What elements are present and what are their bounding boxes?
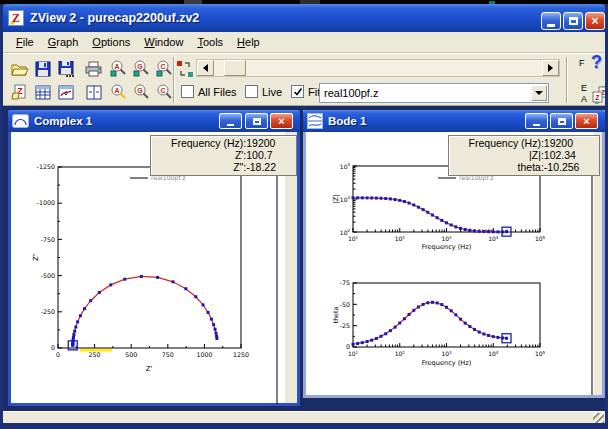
- readout-value: -18.22: [246, 161, 290, 173]
- magnifier-g-icon: G: [133, 84, 150, 101]
- svg-text:101: 101: [348, 235, 359, 243]
- svg-text:Z: Z: [595, 94, 600, 101]
- svg-text:theta: theta: [332, 307, 339, 324]
- readout-label: |Z|:: [455, 149, 544, 161]
- scroll-right-button[interactable]: [542, 60, 559, 76]
- help-icon[interactable]: ?: [591, 52, 602, 73]
- scroll-left-button[interactable]: [197, 60, 214, 76]
- readout-label: Frequency (Hz):: [157, 137, 246, 149]
- zview-screen: Complex 1 × Bode 1 × 025050075010001: [0, 0, 608, 429]
- zoom-custom-2-button[interactable]: C: [153, 81, 176, 104]
- background-window-fragment: [489, 1, 495, 4]
- resize-grip[interactable]: [593, 413, 604, 423]
- zview-app-icon: Z: [8, 10, 24, 26]
- menu-options[interactable]: Options: [85, 34, 137, 50]
- main-window-title: ZView 2 - purecap2200uf.zv2: [30, 11, 199, 25]
- printer-icon: [85, 61, 102, 77]
- svg-text:103: 103: [441, 235, 452, 243]
- open-file-button[interactable]: [8, 57, 31, 80]
- bode-cursor-readout: Frequency (Hz):19200 |Z|:102.34 theta:-1…: [448, 135, 600, 176]
- fit-letter-label: F: [579, 58, 585, 68]
- svg-text:104: 104: [340, 162, 351, 170]
- svg-text:Z": Z": [32, 253, 40, 261]
- file-combo-input[interactable]: [322, 85, 527, 101]
- svg-text:-1250: -1250: [37, 163, 55, 170]
- graph-window-button[interactable]: [54, 81, 77, 104]
- close-icon: ×: [591, 15, 598, 27]
- save-button[interactable]: [31, 57, 54, 80]
- print-button[interactable]: [82, 57, 105, 80]
- complex-minimize-button[interactable]: [219, 113, 242, 129]
- bode-window-icon: [307, 113, 323, 129]
- all-files-checkbox[interactable]: All Files: [181, 85, 237, 98]
- tile-windows-button[interactable]: [82, 81, 105, 104]
- readout-value: 102.34: [544, 149, 593, 161]
- svg-text:-75: -75: [340, 279, 350, 286]
- svg-text:103: 103: [441, 350, 452, 358]
- complex-window-title: Complex 1: [34, 115, 92, 127]
- fit-checkbox[interactable]: Fit: [291, 85, 320, 98]
- svg-text:104: 104: [488, 235, 499, 243]
- bode-minimize-button[interactable]: [525, 113, 548, 129]
- menu-file[interactable]: File: [9, 34, 41, 50]
- main-minimize-button[interactable]: [541, 12, 561, 30]
- save-as-button[interactable]: [54, 57, 77, 80]
- svg-text:-750: -750: [41, 236, 55, 243]
- svg-text:105: 105: [535, 235, 546, 243]
- swap-axes-button[interactable]: [175, 57, 195, 80]
- checkbox-label: Live: [262, 86, 282, 98]
- svg-text:103: 103: [340, 195, 351, 203]
- complex-titlebar[interactable]: Complex 1 ×: [8, 110, 300, 132]
- zoom-graph-2-button[interactable]: G: [130, 81, 153, 104]
- maximize-icon: [569, 17, 578, 25]
- zoom-graph-button[interactable]: G: [130, 57, 153, 80]
- complex-window-icon: [12, 114, 29, 128]
- svg-text:A: A: [114, 87, 119, 94]
- svg-text:-50: -50: [340, 301, 350, 308]
- readout-value: -10.256: [544, 161, 593, 173]
- bode-maximize-button[interactable]: [550, 113, 573, 129]
- menu-window[interactable]: Window: [137, 34, 190, 50]
- menu-help[interactable]: Help: [230, 34, 267, 50]
- arrow-left-icon: [199, 64, 208, 72]
- zoom-all-button[interactable]: A: [107, 57, 130, 80]
- open-folder-icon: [11, 61, 29, 77]
- chevron-down-icon: [535, 91, 543, 99]
- bode-titlebar[interactable]: Bode 1 ×: [303, 110, 605, 132]
- magnifier-c-icon: C: [156, 84, 173, 101]
- checkbox-label: All Files: [198, 86, 237, 98]
- svg-text:101: 101: [348, 350, 359, 358]
- open-zdata-button[interactable]: Z: [8, 81, 31, 104]
- main-titlebar[interactable]: Z ZView 2 - purecap2200uf.zv2 ×: [0, 4, 608, 32]
- menu-tools[interactable]: Tools: [190, 34, 230, 50]
- magnifier-g-square-icon: G: [133, 60, 150, 77]
- check-icon: [293, 87, 303, 97]
- svg-text:-250: -250: [41, 308, 55, 315]
- complex-maximize-button[interactable]: [245, 113, 268, 129]
- table-icon: [35, 85, 51, 100]
- readout-label: theta:: [455, 161, 544, 173]
- combo-dropdown-button[interactable]: [531, 85, 547, 101]
- svg-text:500: 500: [125, 351, 137, 358]
- main-close-button[interactable]: ×: [585, 12, 605, 30]
- bode-close-button[interactable]: ×: [575, 113, 598, 129]
- tile-windows-icon: [86, 85, 102, 100]
- file-combo[interactable]: [319, 83, 549, 103]
- data-scrollbar[interactable]: [196, 59, 560, 77]
- live-checkbox[interactable]: Live: [245, 85, 282, 98]
- complex-close-button[interactable]: ×: [270, 113, 293, 129]
- data-table-button[interactable]: [31, 81, 54, 104]
- svg-text:Frequency (Hz): Frequency (Hz): [422, 359, 472, 367]
- toolbar-separator: [566, 57, 568, 103]
- svg-text:G: G: [137, 63, 143, 70]
- magnifier-c-square-icon: C: [156, 60, 173, 77]
- magnifier-a-icon: A: [110, 84, 127, 101]
- maximize-icon: [558, 118, 566, 125]
- main-maximize-button[interactable]: [563, 12, 583, 30]
- svg-text:750: 750: [162, 351, 174, 358]
- zoom-all-2-button[interactable]: A: [107, 81, 130, 104]
- z-file-icon: Z: [11, 84, 28, 101]
- menu-graph[interactable]: Graph: [41, 34, 86, 50]
- a-letter-label: A: [581, 94, 587, 104]
- scrollbar-thumb[interactable]: [224, 60, 246, 76]
